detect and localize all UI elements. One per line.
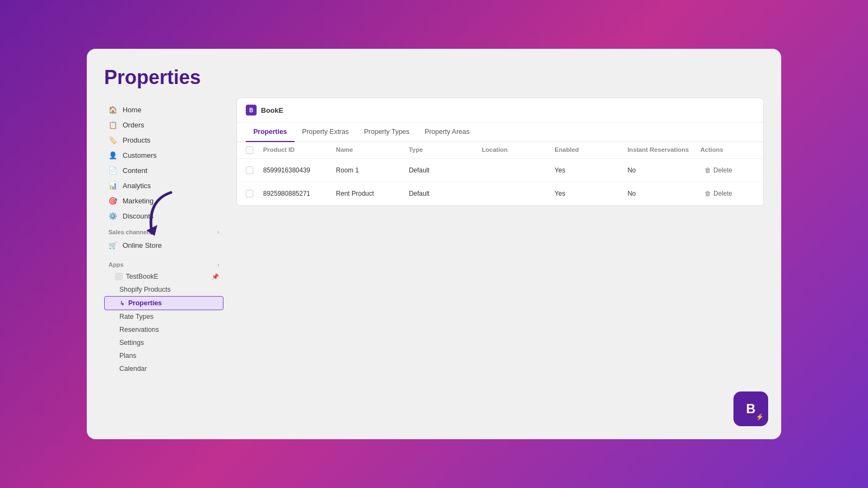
sub-label-rate-types: Rate Types: [119, 313, 154, 320]
sub-item-shopify-products[interactable]: Shopify Products: [104, 283, 224, 296]
sub-item-settings[interactable]: Settings: [104, 336, 224, 349]
page-title: Properties: [104, 66, 764, 89]
tab-label-properties: Properties: [253, 128, 287, 136]
col-name: Name: [336, 146, 409, 154]
col-checkbox[interactable]: [246, 146, 263, 154]
sub-label-settings: Settings: [119, 339, 144, 346]
col-actions: Actions: [700, 146, 755, 154]
sub-item-properties[interactable]: ↳ Properties: [104, 296, 224, 310]
col-location: Location: [482, 146, 554, 154]
sub-item-plans[interactable]: Plans: [104, 349, 224, 362]
row2-product-id: 8925980885271: [263, 190, 336, 197]
row2-delete-label: Delete: [713, 190, 732, 197]
booke-title: BookE: [261, 106, 283, 114]
bottom-logo-text: B: [746, 401, 755, 416]
row1-product-id: 8599916380439: [263, 166, 336, 174]
sidebar-item-home[interactable]: 🏠 Home: [104, 102, 224, 117]
table-row: 8599916380439 Room 1 Default Yes No 🗑 De…: [237, 159, 763, 182]
nav-label-orders: Orders: [123, 121, 144, 129]
nav-label-home: Home: [123, 106, 142, 114]
tab-label-property-areas: Property Areas: [425, 128, 470, 136]
row1-delete-label: Delete: [713, 166, 732, 174]
sidebar: 🏠 Home 📋 Orders 🏷️ Products 👤 Customers …: [104, 98, 224, 422]
row2-delete-button[interactable]: 🗑 Delete: [700, 188, 737, 200]
online-store-icon: 🛒: [108, 241, 117, 249]
marketing-icon: 🎯: [108, 196, 117, 205]
sidebar-item-customers[interactable]: 👤 Customers: [104, 147, 224, 163]
sidebar-item-content[interactable]: 📄 Content: [104, 163, 224, 178]
row2-name: Rent Product: [336, 190, 409, 197]
booke-card: B BookE Properties Property Extras Prope…: [237, 98, 764, 206]
main-content: B BookE Properties Property Extras Prope…: [224, 98, 764, 422]
row1-name: Room 1: [336, 166, 409, 174]
trash-icon: 🗑: [705, 166, 711, 174]
bottom-logo: B ⚡: [733, 391, 768, 426]
tab-label-property-extras: Property Extras: [302, 128, 349, 136]
nav-label-online-store: Online Store: [123, 241, 162, 249]
sub-label-plans: Plans: [119, 352, 136, 359]
tab-property-extras[interactable]: Property Extras: [295, 123, 356, 142]
booke-logo: B: [246, 105, 257, 115]
sub-item-reservations[interactable]: Reservations: [104, 323, 224, 336]
analytics-icon: 📊: [108, 181, 117, 190]
discounts-icon: ⚙️: [108, 211, 117, 220]
home-icon: 🏠: [108, 105, 117, 114]
sub-label-calendar: Calendar: [119, 365, 147, 373]
nav-label-analytics: Analytics: [123, 182, 151, 190]
row2-instant-reservations: No: [628, 190, 700, 197]
sub-item-calendar[interactable]: Calendar: [104, 362, 224, 375]
apps-label: Apps: [108, 261, 124, 268]
nav-label-products: Products: [123, 136, 150, 144]
apps-chevron-icon: ›: [218, 262, 219, 268]
app-testbooke[interactable]: TestBookE 📌: [104, 270, 224, 283]
app-label-testbooke: TestBookE: [126, 273, 158, 280]
arrow-decoration: [141, 190, 184, 233]
col-type: Type: [409, 146, 482, 154]
table-row: 8925980885271 Rent Product Default Yes N…: [237, 182, 763, 206]
col-instant-reservations: Instant Reservations: [628, 146, 700, 154]
table-header: Product ID Name Type Location Enabled In…: [237, 142, 763, 159]
row1-instant-reservations: No: [628, 166, 700, 174]
row1-actions: 🗑 Delete: [700, 164, 755, 176]
row2-checkbox[interactable]: [246, 190, 263, 197]
row2-actions: 🗑 Delete: [700, 188, 755, 200]
chevron-icon: ›: [218, 229, 219, 235]
row2-type: Default: [409, 190, 482, 197]
tab-property-areas[interactable]: Property Areas: [417, 123, 477, 142]
customers-icon: 👤: [108, 151, 117, 159]
tab-property-types[interactable]: Property Types: [356, 123, 417, 142]
tab-properties[interactable]: Properties: [246, 123, 295, 142]
sidebar-item-orders[interactable]: 📋 Orders: [104, 117, 224, 132]
sub-label-properties: Properties: [128, 299, 162, 307]
sub-label-reservations: Reservations: [119, 326, 159, 333]
sidebar-item-products[interactable]: 🏷️ Products: [104, 132, 224, 147]
orders-icon: 📋: [108, 120, 117, 129]
nav-label-customers: Customers: [123, 151, 157, 159]
lightning-icon: ⚡: [756, 413, 764, 421]
products-icon: 🏷️: [108, 136, 117, 144]
booke-header: B BookE: [237, 98, 763, 123]
sub-item-rate-types[interactable]: Rate Types: [104, 310, 224, 323]
pin-icon: 📌: [212, 273, 219, 280]
col-product-id: Product ID: [263, 146, 336, 154]
sub-label-shopify-products: Shopify Products: [119, 286, 171, 293]
tabs-bar: Properties Property Extras Property Type…: [237, 123, 763, 142]
content-icon: 📄: [108, 166, 117, 175]
app-icon-square: [115, 273, 123, 280]
nav-label-content: Content: [123, 166, 148, 175]
row1-enabled: Yes: [554, 166, 627, 174]
col-enabled: Enabled: [554, 146, 627, 154]
table-area: Product ID Name Type Location Enabled In…: [237, 142, 763, 206]
row2-enabled: Yes: [554, 190, 627, 197]
apps-section: Apps ›: [104, 256, 224, 270]
row1-delete-button[interactable]: 🗑 Delete: [700, 164, 737, 176]
booke-logo-text: B: [249, 107, 253, 113]
sub-arrow-icon: ↳: [120, 300, 124, 306]
row1-checkbox[interactable]: [246, 166, 263, 174]
trash-icon-2: 🗑: [705, 190, 711, 197]
row1-type: Default: [409, 166, 482, 174]
tab-label-property-types: Property Types: [364, 128, 410, 136]
sidebar-item-online-store[interactable]: 🛒 Online Store: [104, 237, 224, 253]
